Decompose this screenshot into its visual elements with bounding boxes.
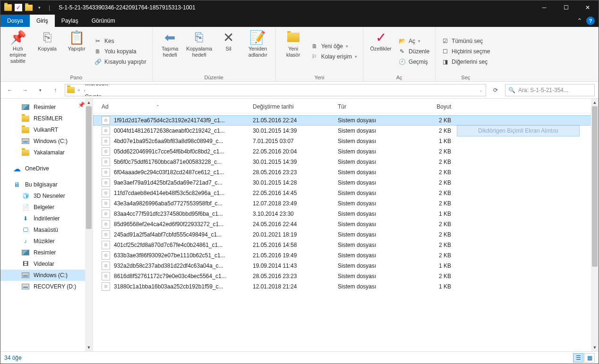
copy-button[interactable]: ⎘ Kopyala (34, 29, 61, 74)
paste-icon: 📋 (69, 30, 84, 45)
table-row[interactable]: ⚙ 5b6f0c75ddf61760bbca871e00583228_c... … (93, 157, 599, 167)
sidebar-item-3d[interactable]: 🧊3D Nesneler (0, 190, 93, 202)
table-row[interactable]: ⚙ 4bd07e1ba952c6aa9bf83a8d98c08949_c... … (93, 136, 599, 146)
table-row[interactable]: ⚙ 401cf25c2fd8a870d7c67fe4c0b24861_c1...… (93, 240, 599, 250)
table-row[interactable]: ⚙ 1f91d2d17ea675d4c2c3192e241743f9_c1...… (93, 115, 599, 126)
rename-button[interactable]: 📝Yeniden adlandır (244, 29, 272, 74)
tab-home[interactable]: Giriş (30, 15, 55, 27)
delete-button[interactable]: ✕Sil (215, 29, 242, 74)
copy-to-button[interactable]: ⎘Kopyalama hedefi (186, 29, 213, 74)
sidebar-item-docs[interactable]: 📄Belgeler (0, 202, 93, 213)
table-row[interactable]: ⚙ 6f04aaade9c294c03f182cd2487ce612_c1...… (93, 167, 599, 178)
forward-button[interactable]: → (19, 85, 31, 96)
scroll-up-icon[interactable]: ▲ (591, 99, 599, 106)
search-box[interactable]: 🔍 Ara: S-1-5-21-354... (505, 84, 595, 96)
addr-dropdown-icon[interactable]: ⌄ (479, 88, 483, 93)
scroll-down-icon[interactable]: ▼ (591, 344, 599, 351)
invert-icon: ◨ (441, 58, 449, 66)
sidebar-scrollbar[interactable]: ▲ ▼ (85, 99, 93, 351)
breadcrumb[interactable]: Crypto (83, 93, 224, 96)
sidebar-item-winc[interactable]: Windows (C:) (0, 135, 93, 147)
scroll-up-icon[interactable]: ▲ (85, 99, 93, 106)
tab-view[interactable]: Görünüm (85, 15, 122, 27)
qat-dropdown-icon[interactable]: ▾ (35, 4, 43, 11)
sidebar-item-recovery[interactable]: RECOVERY (D:) (0, 281, 93, 292)
table-row[interactable]: ⚙ 633b3ae3f86f93092e07be1110b62c51_c1...… (93, 250, 599, 261)
sidebar-item-downloads[interactable]: ⬇İndirilenler (0, 213, 93, 224)
paste-button[interactable]: 📋 Yapıştır (63, 29, 90, 74)
table-row[interactable]: ⚙ 85d96568ef2e4ca42ed6f90f22933272_c1...… (93, 219, 599, 229)
history-button[interactable]: 🕘Geçmiş (396, 57, 431, 67)
move-to-button[interactable]: ⬅Taşıma hedefi (156, 29, 184, 74)
table-row[interactable]: ⚙ 245ad91a2f5af4abf7cbfd555c498494_c1...… (93, 229, 599, 240)
select-none-button[interactable]: ☐Hiçbirini seçme (439, 47, 492, 56)
maximize-button[interactable]: ☐ (555, 0, 577, 15)
sidebar-item-yakalamalar[interactable]: Yakalamalar (0, 147, 93, 158)
minimize-button[interactable]: ─ (533, 0, 555, 15)
address-bar[interactable]: « AppData›Roaming›Microsoft›Crypto›RSA›S… (65, 84, 486, 96)
table-row[interactable]: ⚙ 9ae3aef79a91d425bf2a5da69e721ad7_c... … (93, 178, 599, 188)
file-name: 5b6f0c75ddf61760bbca871e00583228_c... (114, 159, 253, 165)
pin-icon[interactable]: 📌 (78, 102, 85, 108)
qat-newfolder-icon[interactable] (25, 4, 33, 11)
edit-button[interactable]: ✎Düzenle (396, 47, 431, 56)
invert-selection-button[interactable]: ◨Diğerlerini seç (439, 57, 492, 67)
item-count: 34 öğe (4, 355, 22, 361)
scroll-down-icon[interactable]: ▼ (85, 344, 93, 351)
col-type[interactable]: Tür (338, 102, 409, 112)
scroll-thumb[interactable] (592, 106, 598, 267)
table-row[interactable]: ⚙ 43e3a4a9826996aba5d7727553958fbf_c... … (93, 198, 599, 209)
copy-path-button[interactable]: 🗎Yolu kopyala (92, 47, 148, 56)
sidebar-item-videos[interactable]: 🎞Videolar (0, 258, 93, 270)
scroll-thumb[interactable] (86, 106, 92, 229)
qat-properties-icon[interactable]: ✓ (15, 4, 22, 11)
close-button[interactable]: ✕ (577, 0, 599, 15)
content-scrollbar[interactable]: ▲ ▼ (591, 99, 599, 351)
select-all-button[interactable]: ☑Tümünü seç (439, 36, 492, 46)
refresh-button[interactable]: ⟳ (490, 85, 501, 96)
chevron-icon[interactable]: « (77, 87, 81, 93)
table-row[interactable]: ⚙ 8616d8f52761172c79e0e03c4bec5564_c1...… (93, 271, 599, 281)
back-button[interactable]: ← (4, 85, 16, 96)
easy-access-button[interactable]: ⚐Kolay erişim▾ (309, 52, 359, 61)
ribbon-collapse-icon[interactable]: ⌃ (577, 17, 582, 25)
col-date[interactable]: Değiştirme tarihi (253, 102, 338, 112)
group-label-ac: Aç (367, 74, 431, 81)
cut-button[interactable]: ✂Kes (92, 36, 148, 46)
sidebar-item-resimler2[interactable]: RESİMLER (0, 113, 93, 124)
table-row[interactable]: ⚙ 83aa4cc77f591dfc2374580bbd95f6ba_c1...… (93, 209, 599, 219)
col-name[interactable]: Ad⌃ (102, 102, 253, 112)
paste-shortcut-button[interactable]: 🔗Kısayolu yapıştır (92, 57, 148, 67)
new-folder-button[interactable]: Yeni klasör (280, 29, 307, 74)
table-row[interactable]: ⚙ 0004fd148126172638caeabf0c219242_c1...… (93, 126, 599, 136)
sidebar-item-onedrive[interactable]: ☁OneDrive (0, 163, 93, 174)
view-icons-button[interactable]: ▦ (584, 353, 595, 363)
table-row[interactable]: ⚙ 932a2db58c237abd381d22df4c63a04a_c... … (93, 261, 599, 271)
col-size[interactable]: Boyut (409, 102, 451, 112)
view-details-button[interactable]: ☰ (573, 353, 583, 363)
new-item-button[interactable]: 🗎Yeni öğe▾ (309, 42, 359, 51)
recent-dropdown[interactable]: ▾ (34, 85, 46, 96)
breadcrumb[interactable]: Microsoft (83, 84, 224, 87)
properties-button[interactable]: ✓Özellikler (367, 29, 394, 74)
file-date: 3.10.2014 23:30 (253, 211, 338, 217)
pin-quickaccess-button[interactable]: 📌 Hızlı erişime sabitle (4, 29, 32, 74)
sidebar-item-music[interactable]: ♪Müzikler (0, 236, 93, 247)
tab-share[interactable]: Paylaş (55, 15, 85, 27)
sidebar-item-vulkan[interactable]: VulkanRT (0, 124, 93, 135)
file-icon: ⚙ (102, 282, 110, 291)
tab-file[interactable]: Dosya (0, 15, 30, 27)
file-size: 2 KB (409, 190, 451, 196)
help-icon[interactable]: ? (586, 17, 595, 25)
up-button[interactable]: ↑ (50, 85, 61, 96)
sidebar-item-winc2[interactable]: Windows (C:) (0, 270, 93, 281)
open-button[interactable]: 📂Aç▾ (396, 36, 431, 46)
table-row[interactable]: ⚙ 11fd7cdaeb8ed414eb48f53c5c82e96a_c1...… (93, 188, 599, 198)
sidebar-item-desktop[interactable]: 🖵Masaüstü (0, 224, 93, 236)
scissors-icon: ✂ (94, 37, 102, 45)
table-row[interactable]: ⚙ 05dd622046991c7cce54f6b4bf0c8bd2_c1...… (93, 146, 599, 157)
table-row[interactable]: ⚙ 31880c1a1bba16b03aa252cb192b1f59_c... … (93, 281, 599, 292)
chevron-right-icon[interactable]: › (83, 88, 86, 93)
sidebar-item-pc[interactable]: 🖥Bu bilgisayar (0, 179, 93, 190)
sidebar-item-pictures[interactable]: Resimler (0, 247, 93, 258)
